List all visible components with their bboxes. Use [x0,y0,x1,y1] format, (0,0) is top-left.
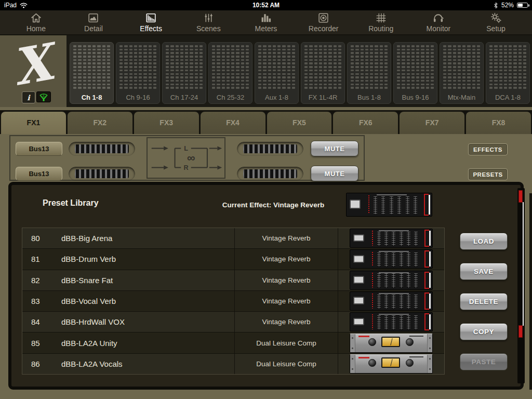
preset-table: 80dBB-Big ArenaVintage Reverb81dBB-Drum … [22,228,445,375]
preset-row-86[interactable]: 86dBB-LA2A VocalsDual Leisure Comp [22,354,444,374]
tab-fx5[interactable]: FX5 [267,112,332,134]
mini-meter-grid [258,45,295,91]
load-button[interactable]: LOAD [460,233,508,250]
red-bracket [424,230,429,247]
x32-mix-app: iPad 10:52 AM 52% HomeDetailEffectsScene… [0,0,532,399]
preset-row-80[interactable]: 80dBB-Big ArenaVintage Reverb [22,228,444,249]
battery-icon [517,3,528,8]
nav-item-home[interactable]: Home [13,11,59,33]
slider-column [407,232,410,246]
slider-column [392,232,395,246]
current-effect-thumbnail [346,193,432,217]
effects-button[interactable]: EFFECTS [468,143,508,155]
meter-group-mtx-main[interactable]: Mtx-Main [440,42,484,104]
fx-source-button-2[interactable]: Bus13 [16,167,62,181]
tab-fx3[interactable]: FX3 [134,112,199,134]
network-status-button[interactable] [36,91,51,102]
fx-output-meter-left [237,142,303,156]
meter-group-ch-9-16[interactable]: Ch 9-16 [116,42,160,104]
slider-column [392,295,395,309]
meter-bridge: Ch 1-8Ch 9-16Ch 17-24Ch 25-32Aux 1-8FX 1… [66,35,532,107]
meter-group-label: FX 1L-4R [304,93,341,103]
preset-number: 84 [22,317,61,326]
tab-fx8[interactable]: FX8 [466,112,531,134]
mute-button-right[interactable]: MUTE [311,166,358,181]
preset-name: dBB-Vocal Verb [61,297,234,305]
slider-column [407,315,410,329]
preset-row-85[interactable]: 85dBB-LA2A UnityDual Leisure Comp [22,332,444,353]
scroll-handle-bottom[interactable] [518,325,523,338]
red-bracket [424,250,429,268]
vintage-reverb-thumbnail [350,312,433,331]
meter-group-bus-1-8[interactable]: Bus 1-8 [347,42,391,104]
nav-item-scenes[interactable]: Scenes [185,11,231,33]
red-bracket [424,194,429,216]
mute-button-left[interactable]: MUTE [311,141,358,156]
preset-library-dialog: Preset Library Current Effect: Vintage R… [8,182,524,390]
preset-type: Vintage Reverb [234,291,338,311]
battery-percent: 52% [501,2,514,9]
presets-button[interactable]: PRESETS [468,168,508,180]
white-stripe [429,251,431,267]
scroll-handle-top[interactable] [518,190,523,203]
slider-column [414,315,418,329]
preset-name: dBB-Drum Verb [61,255,234,263]
rack-ear [427,355,432,373]
home-icon [30,11,43,24]
tab-fx2[interactable]: FX2 [68,112,132,134]
meter-group-dca-1-8[interactable]: DCA 1-8 [486,42,530,104]
status-bar: iPad 10:52 AM 52% [0,0,532,10]
edge-bracket [424,230,431,247]
meter-group-bus-9-16[interactable]: Bus 9-16 [393,42,437,104]
info-button[interactable]: i [22,91,35,103]
tab-fx1[interactable]: FX1 [1,112,66,134]
nav-item-recorder[interactable]: Recorder [301,11,347,33]
current-effect-label: Current Effect: Vintage Reverb [198,201,349,209]
meter-group-ch-1-8[interactable]: Ch 1-8 [70,42,114,104]
nav-item-routing[interactable]: Routing [358,11,404,33]
preset-row-81[interactable]: 81dBB-Drum VerbVintage Reverb [22,249,444,270]
scroll-range-line [523,202,524,326]
meter-group-label: Ch 9-16 [119,93,156,103]
nav-item-monitor[interactable]: Monitor [416,11,461,33]
paste-button[interactable]: PASTE [460,353,508,370]
svg-text:X: X [8,34,63,97]
mini-meter-grid [166,45,203,91]
fx-source-button-1[interactable]: Bus13 [16,142,62,156]
nav-item-detail[interactable]: Detail [71,11,116,33]
meter-group-ch-17-24[interactable]: Ch 17-24 [162,42,206,104]
slider-column [400,295,403,309]
save-button[interactable]: SAVE [460,263,508,280]
slider-column [384,273,388,287]
vintage-reverb-thumbnail [350,291,433,311]
nav-item-meters[interactable]: Meters [243,11,289,33]
copy-button[interactable]: COPY [460,323,508,340]
led-column [372,252,373,267]
nav-item-effects[interactable]: Effects [128,11,174,33]
tab-fx7[interactable]: FX7 [400,112,464,134]
slider-grid [377,232,418,246]
display-window [350,200,361,209]
preset-row-82[interactable]: 82dBB-Snare FatVintage Reverb [22,270,444,291]
meter-group-fx-1l-4r[interactable]: FX 1L-4R [301,42,345,104]
logo-widgets: i [22,91,51,103]
edge-bracket [424,292,431,310]
edge-bracket [424,250,431,268]
preset-type: Vintage Reverb [234,249,338,269]
meter-group-ch-25-32[interactable]: Ch 25-32 [208,42,252,104]
preset-name: dBB-Snare Fat [61,276,234,285]
tab-fx4[interactable]: FX4 [201,112,265,134]
preset-row-84[interactable]: 84dBB-HrdWall VOXVintage Reverb [22,312,444,332]
preset-thumbnail-cell [338,291,444,311]
preset-row-83[interactable]: 83dBB-Vocal VerbVintage Reverb [22,291,444,312]
meter-group-label: Ch 17-24 [166,93,203,103]
preset-scroll-track[interactable] [517,188,525,383]
delete-button[interactable]: DELETE [460,293,508,310]
nav-item-setup[interactable]: Setup [473,11,519,33]
tab-fx6[interactable]: FX6 [333,112,398,134]
led-column [372,314,373,329]
mini-meter-grid [73,45,110,91]
slider-column [400,273,403,287]
meter-group-aux-1-8[interactable]: Aux 1-8 [255,42,299,104]
white-stripe [429,273,431,288]
